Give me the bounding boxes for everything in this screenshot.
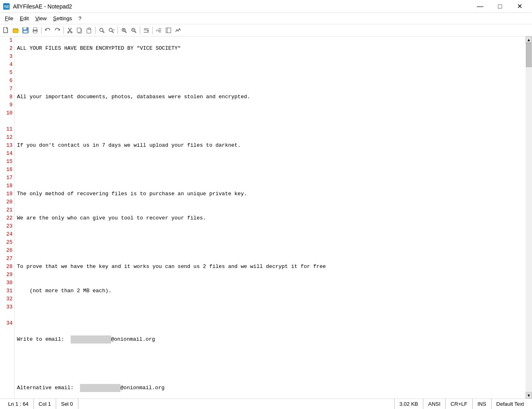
- menu-edit[interactable]: Edit: [17, 14, 32, 23]
- email-2-redacted: ____________: [80, 384, 120, 392]
- scroll-up-arrow[interactable]: ▲: [526, 36, 532, 43]
- svg-rect-6: [26, 28, 27, 29]
- toolbar: #1: [0, 24, 532, 36]
- line-13: ​: [17, 360, 523, 368]
- scroll-track[interactable]: [526, 43, 532, 392]
- toolbar-sep-4: [118, 27, 118, 34]
- toolbar-cut-button[interactable]: [65, 26, 74, 35]
- toolbar-new-button[interactable]: [2, 26, 11, 35]
- toolbar-copy-button[interactable]: [75, 26, 84, 35]
- editor-wrapper: 1 2 3 4 5 6 7 8 9 10 11 12 13 14 15 16 1…: [0, 36, 532, 398]
- statusbar: Ln 1 : 64 Col 1 Sel 0 3.02 KB ANSI CR+LF…: [0, 398, 532, 409]
- line-2: ​: [17, 69, 523, 77]
- toolbar-open-button[interactable]: [11, 26, 20, 35]
- toolbar-paste-button[interactable]: [85, 26, 94, 35]
- toolbar-sep-6: [152, 27, 153, 34]
- toolbar-wordwrap-button[interactable]: [142, 26, 151, 35]
- toolbar-sep-3: [95, 27, 96, 34]
- svg-rect-19: [88, 28, 90, 30]
- svg-point-11: [36, 30, 37, 31]
- scroll-down-arrow[interactable]: ▼: [526, 392, 532, 398]
- svg-line-23: [112, 31, 114, 33]
- svg-rect-39: [166, 28, 171, 33]
- titlebar: N2 AllYFilesAE - Notepad2 — □ ✕: [0, 0, 532, 13]
- svg-line-30: [135, 31, 136, 33]
- line-8: We are the only who can give you tool to…: [17, 214, 523, 222]
- status-mode: INS: [473, 399, 492, 409]
- svg-rect-5: [23, 27, 27, 30]
- titlebar-left: N2 AllYFilesAE - Notepad2: [3, 3, 72, 10]
- status-eol: CR+LF: [446, 399, 473, 409]
- status-position: Ln 1 : 64: [3, 399, 34, 409]
- toolbar-find-button[interactable]: [97, 26, 106, 35]
- line-11: ​: [17, 311, 523, 319]
- menu-settings[interactable]: Settings: [50, 14, 75, 23]
- toolbar-redo-button[interactable]: [53, 26, 62, 35]
- svg-rect-9: [34, 27, 37, 30]
- svg-point-20: [100, 28, 103, 32]
- status-encoding: ANSI: [423, 399, 446, 409]
- scroll-thumb[interactable]: [526, 43, 532, 67]
- toolbar-btn3[interactable]: [174, 26, 183, 35]
- line-10: To prove that we have the key and it wor…: [17, 263, 523, 271]
- toolbar-sep-1: [41, 27, 42, 34]
- toolbar-zoom-in-button[interactable]: [120, 26, 128, 35]
- line-14: Alternative email: ____________@onionmai…: [17, 384, 523, 392]
- svg-rect-10: [34, 31, 37, 33]
- app-icon: N2: [3, 3, 10, 10]
- line-numbers: 1 2 3 4 5 6 7 8 9 10 11 12 13 14 15 16 1…: [0, 36, 15, 398]
- toolbar-undo-button[interactable]: [43, 26, 52, 35]
- editor-content[interactable]: ALL YOUR FILES HAVE BEEN ENCRYPTED BY "V…: [15, 36, 526, 398]
- window-title: AllYFilesAE - Notepad2: [13, 3, 72, 10]
- svg-line-26: [125, 31, 126, 33]
- line-10-cont: (not more than 2 MB each).: [17, 287, 523, 295]
- menubar: File Edit View Settings ?: [0, 13, 532, 24]
- line-12: Write to email: __________@onionmail.org: [17, 335, 523, 344]
- close-button[interactable]: ✕: [511, 0, 529, 13]
- status-spacer: [78, 399, 395, 409]
- scrollbar-right[interactable]: ▲ ▼: [526, 36, 532, 398]
- minimize-button[interactable]: —: [471, 0, 489, 13]
- toolbar-zoom-out-button[interactable]: [129, 26, 138, 35]
- line-6: ​: [17, 166, 523, 174]
- svg-line-21: [103, 31, 104, 33]
- status-size: 3.02 KB: [395, 399, 423, 409]
- toolbar-print-button[interactable]: [31, 26, 40, 35]
- svg-point-22: [109, 28, 112, 32]
- status-sel: Sel 0: [56, 399, 78, 409]
- toolbar-btn1[interactable]: #1: [154, 26, 163, 35]
- toolbar-sep-2: [63, 27, 64, 34]
- svg-rect-0: [4, 27, 7, 33]
- maximize-button[interactable]: □: [491, 0, 509, 13]
- line-7: The only method of recovering files is t…: [17, 190, 523, 198]
- toolbar-btn2[interactable]: [164, 26, 173, 35]
- svg-rect-7: [23, 31, 27, 33]
- line-9: ​: [17, 238, 523, 247]
- toolbar-sep-5: [140, 27, 140, 34]
- email-1-redacted: __________: [71, 335, 111, 344]
- svg-rect-17: [77, 28, 81, 32]
- titlebar-controls: — □ ✕: [471, 0, 529, 13]
- line-3: All your important documents, photos, da…: [17, 93, 523, 101]
- menu-view[interactable]: View: [32, 14, 50, 23]
- menu-help[interactable]: ?: [75, 14, 84, 23]
- line-4: ​: [17, 117, 523, 125]
- line-1: ALL YOUR FILES HAVE BEEN ENCRYPTED BY "V…: [17, 44, 523, 53]
- status-scheme: Default Text: [492, 399, 529, 409]
- status-col: Col 1: [34, 399, 56, 409]
- menu-file[interactable]: File: [2, 14, 17, 23]
- toolbar-save-button[interactable]: [21, 26, 30, 35]
- toolbar-find2-button[interactable]: [107, 26, 116, 35]
- line-5: If you don't contact us in 7 days we wil…: [17, 141, 523, 150]
